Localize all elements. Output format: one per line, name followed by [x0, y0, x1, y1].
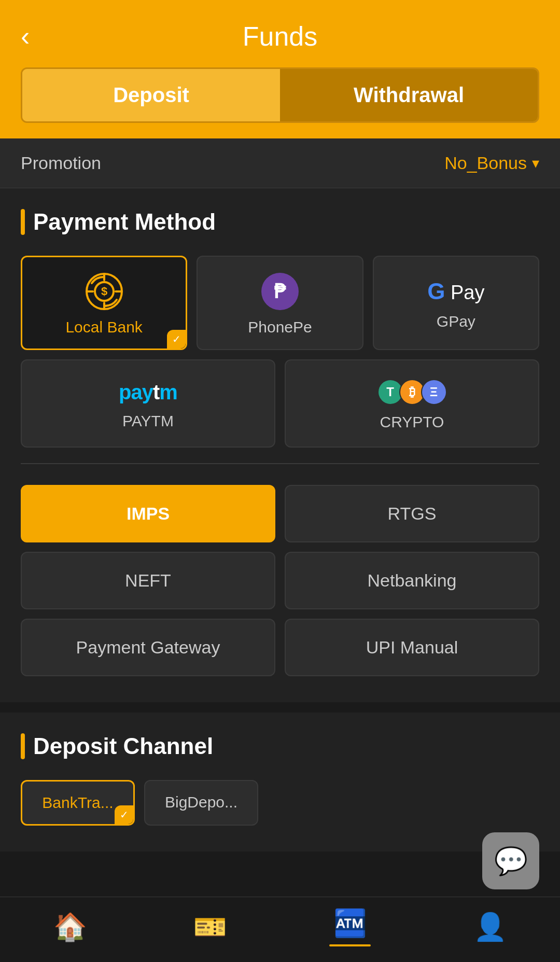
- sub-method-neft[interactable]: NEFT: [21, 552, 275, 609]
- home-icon: 🏠: [53, 911, 87, 943]
- payment-methods-top-row: $ Local Bank ✓ ₱ PhonePe: [21, 256, 539, 350]
- payment-methods-bottom-row: paytm PAYTM T ₿ Ξ CRYPTO: [21, 359, 539, 448]
- nav-active-indicator: [329, 944, 371, 946]
- paytm-icon: paytm: [119, 381, 177, 404]
- channel-bigdepo[interactable]: BigDepo...: [144, 780, 258, 826]
- chat-icon: 💬: [494, 845, 528, 877]
- page-title: Funds: [243, 21, 318, 52]
- sub-methods-row-1: IMPS RTGS: [21, 485, 539, 542]
- method-crypto[interactable]: T ₿ Ξ CRYPTO: [285, 359, 539, 448]
- payment-method-section: Payment Method $ Local Bank ✓: [0, 188, 560, 702]
- method-gpay[interactable]: G Pay GPay: [373, 256, 539, 350]
- payment-method-title: Payment Method: [33, 209, 216, 235]
- method-paytm[interactable]: paytm PAYTM: [21, 359, 275, 448]
- channel-banktra-label: BankTra...: [42, 794, 113, 811]
- sub-methods-row-3: Payment Gateway UPI Manual: [21, 619, 539, 676]
- header-top: ‹ Funds: [21, 21, 539, 52]
- nav-deposit[interactable]: 🏧: [280, 908, 420, 946]
- channel-bigdepo-label: BigDepo...: [165, 793, 237, 811]
- sub-methods-row-2: NEFT Netbanking: [21, 552, 539, 609]
- header: ‹ Funds Deposit Withdrawal: [0, 0, 560, 138]
- deposit-channel-title: Deposit Channel: [33, 733, 213, 759]
- sub-method-payment-gateway[interactable]: Payment Gateway: [21, 619, 275, 676]
- method-local-bank[interactable]: $ Local Bank ✓: [21, 256, 187, 350]
- method-phonepe[interactable]: ₱ PhonePe: [197, 256, 363, 350]
- tickets-icon: 🎫: [193, 911, 227, 943]
- sub-method-imps[interactable]: IMPS: [21, 485, 275, 542]
- method-crypto-label: CRYPTO: [380, 413, 444, 431]
- payment-method-header: Payment Method: [21, 209, 539, 235]
- sub-method-rtgs[interactable]: RTGS: [285, 485, 539, 542]
- nav-tickets[interactable]: 🎫: [140, 911, 280, 943]
- selected-check-badge: ✓: [167, 330, 186, 348]
- channels-list: BankTra... ✓ BigDepo...: [21, 780, 539, 826]
- promo-bar: Promotion No_Bonus ▾: [0, 138, 560, 188]
- eth-coin-icon: Ξ: [421, 379, 447, 405]
- section-bar-accent: [21, 209, 25, 235]
- method-phonepe-label: PhonePe: [248, 318, 312, 336]
- tab-withdrawal[interactable]: Withdrawal: [280, 69, 538, 121]
- sub-methods: IMPS RTGS NEFT Netbanking Payment Gatewa…: [21, 485, 539, 676]
- tab-deposit[interactable]: Deposit: [22, 69, 280, 121]
- method-paytm-label: PAYTM: [122, 412, 174, 430]
- deposit-channel-header: Deposit Channel: [21, 733, 539, 759]
- channel-banktra[interactable]: BankTra... ✓: [21, 780, 135, 826]
- svg-text:$: $: [101, 285, 107, 298]
- deposit-icon: 🏧: [333, 908, 367, 939]
- chat-fab-button[interactable]: 💬: [482, 832, 539, 889]
- channel-selected-check: ✓: [115, 805, 133, 824]
- promo-dropdown[interactable]: No_Bonus ▾: [444, 153, 539, 173]
- nav-home[interactable]: 🏠: [0, 911, 140, 943]
- method-local-bank-label: Local Bank: [65, 318, 142, 336]
- sub-method-upi-manual[interactable]: UPI Manual: [285, 619, 539, 676]
- promo-label: Promotion: [21, 153, 101, 173]
- local-bank-icon: $: [86, 273, 123, 310]
- deposit-channel-section: Deposit Channel BankTra... ✓ BigDepo...: [0, 713, 560, 852]
- nav-profile[interactable]: 👤: [420, 911, 560, 943]
- section-bar-accent-2: [21, 733, 25, 759]
- method-gpay-label: GPay: [437, 313, 475, 330]
- phonepe-icon: ₱: [261, 273, 299, 310]
- sub-method-netbanking[interactable]: Netbanking: [285, 552, 539, 609]
- crypto-icon: T ₿ Ξ: [377, 379, 447, 405]
- back-button[interactable]: ‹: [21, 23, 30, 50]
- promo-value-text: No_Bonus: [444, 153, 527, 173]
- tab-group: Deposit Withdrawal: [21, 67, 539, 123]
- chevron-down-icon: ▾: [532, 155, 539, 172]
- bottom-navigation: 🏠 🎫 🏧 👤: [0, 897, 560, 962]
- profile-icon: 👤: [473, 911, 507, 943]
- gpay-icon: G Pay: [427, 278, 484, 304]
- divider: [21, 463, 539, 464]
